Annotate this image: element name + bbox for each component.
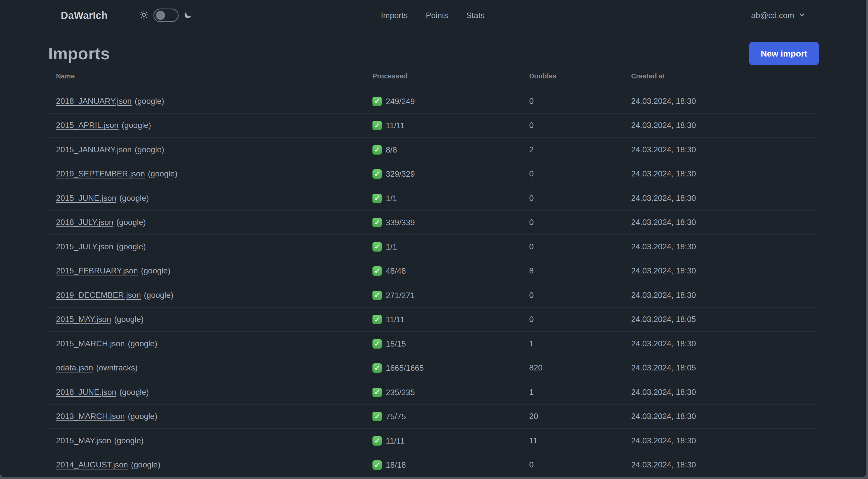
theme-toggle-knob [156, 11, 165, 20]
processed-count: 1/1 [386, 242, 397, 251]
processed-count: 1/1 [386, 194, 397, 203]
import-file-link[interactable]: 2015_FEBRUARY.json [56, 266, 138, 275]
check-mark-icon: ✓ [372, 194, 382, 203]
import-file-link[interactable]: 2018_JULY.json [56, 218, 113, 227]
nav-item-points[interactable]: Points [426, 11, 448, 20]
check-mark-icon: ✓ [372, 291, 382, 300]
name-cell: 2014_AUGUST.json(google) [48, 453, 365, 477]
import-file-link[interactable]: 2013_MARCH.json [56, 412, 125, 421]
moon-icon [184, 10, 192, 20]
table-row: 2015_JANUARY.json(google) ✓ 8/8 2 24.03.… [48, 138, 819, 162]
processed-count: 339/339 [386, 218, 415, 227]
doubles-count: 0 [521, 210, 623, 235]
check-mark-icon: ✓ [372, 242, 382, 251]
created-at: 24.03.2024, 18:30 [623, 259, 819, 283]
processed-count: 11/11 [386, 436, 405, 446]
created-at: 24.03.2024, 18:30 [623, 428, 819, 453]
import-file-link[interactable]: 2015_JULY.json [56, 242, 113, 251]
import-source: (google) [135, 145, 164, 154]
created-at: 24.03.2024, 18:30 [623, 186, 819, 210]
processed-count: 271/271 [386, 291, 415, 300]
import-file-link[interactable]: 2015_MAY.json [56, 436, 111, 445]
import-file-link[interactable]: 2015_MARCH.json [56, 339, 125, 348]
name-cell: 2015_MAY.json(google) [48, 307, 365, 332]
table-row: 2014_AUGUST.json(google) ✓ 18/18 0 24.03… [48, 453, 819, 477]
import-source: (google) [116, 242, 146, 251]
name-cell: 2018_JUNE.json(google) [48, 380, 365, 405]
processed-cell: ✓ 249/249 [365, 89, 521, 113]
import-source: (google) [116, 218, 146, 227]
import-file-link[interactable]: 2015_JUNE.json [56, 193, 116, 203]
import-file-link[interactable]: 2018_JANUARY.json [56, 96, 132, 106]
import-file-link[interactable]: 2015_MAY.json [56, 315, 111, 324]
check-mark-icon: ✓ [372, 121, 382, 130]
import-file-link[interactable]: 2018_JUNE.json [56, 388, 116, 396]
import-source: (google) [135, 96, 164, 106]
import-file-link[interactable]: 2015_APRIL.json [56, 121, 119, 130]
table-row: 2018_JUNE.json(google) ✓ 235/235 1 24.03… [48, 380, 819, 405]
processed-cell: ✓ 48/48 [365, 259, 521, 283]
name-cell: 2015_MARCH.json(google) [48, 331, 365, 356]
processed-count: 235/235 [386, 388, 415, 397]
desktop-backdrop: DaWarIch [0, 0, 868, 479]
import-source: (google) [141, 266, 170, 275]
processed-cell: ✓ 1665/1665 [365, 356, 521, 380]
new-import-button[interactable]: New import [749, 42, 819, 65]
name-cell: 2015_JULY.json(google) [48, 235, 365, 259]
processed-cell: ✓ 11/11 [365, 113, 521, 138]
check-mark-icon: ✓ [372, 339, 382, 349]
check-mark-icon: ✓ [372, 412, 382, 421]
check-mark-icon: ✓ [372, 388, 382, 397]
imports-table-body: 2018_JANUARY.json(google) ✓ 249/249 0 24… [48, 89, 819, 477]
import-file-link[interactable]: 2014_AUGUST.json [56, 460, 128, 469]
check-mark-icon: ✓ [372, 218, 382, 227]
created-at: 24.03.2024, 18:30 [623, 235, 819, 259]
created-at: 24.03.2024, 18:30 [623, 331, 819, 356]
doubles-count: 0 [521, 283, 623, 307]
import-source: (google) [148, 169, 177, 178]
page-title: Imports [48, 44, 110, 63]
import-file-link[interactable]: odata.json [56, 363, 93, 372]
import-file-link[interactable]: 2019_SEPTEMBER.json [56, 169, 145, 178]
processed-cell: ✓ 339/339 [365, 210, 521, 235]
processed-cell: ✓ 1/1 [365, 186, 521, 210]
table-row: 2018_JULY.json(google) ✓ 339/339 0 24.03… [48, 210, 819, 235]
processed-cell: ✓ 11/11 [365, 428, 521, 453]
nav-item-stats[interactable]: Stats [466, 11, 485, 20]
name-cell: 2015_JUNE.json(google) [48, 186, 365, 210]
nav-item-imports[interactable]: Imports [381, 11, 408, 20]
created-at: 24.03.2024, 18:30 [623, 89, 819, 113]
created-at: 24.03.2024, 18:30 [623, 210, 819, 235]
import-file-link[interactable]: 2019_DECEMBER.json [56, 291, 141, 300]
table-row: 2015_JULY.json(google) ✓ 1/1 0 24.03.202… [48, 235, 819, 259]
processed-count: 75/75 [386, 412, 406, 421]
name-cell: 2018_JANUARY.json(google) [48, 89, 365, 113]
import-source: (google) [122, 121, 151, 130]
processed-cell: ✓ 271/271 [365, 283, 521, 307]
created-at: 24.03.2024, 18:30 [623, 380, 819, 405]
table-row: 2015_MARCH.json(google) ✓ 15/15 1 24.03.… [48, 331, 819, 356]
doubles-count: 0 [521, 453, 623, 477]
processed-cell: ✓ 15/15 [365, 331, 521, 356]
doubles-count: 0 [521, 307, 623, 332]
created-at: 24.03.2024, 18:30 [623, 405, 819, 429]
navbar: DaWarIch [0, 0, 866, 31]
sun-icon [140, 10, 149, 20]
name-cell: 2015_MAY.json(google) [48, 428, 365, 453]
main-content: Imports New import Name Processed Double… [0, 42, 866, 477]
import-source: (google) [144, 291, 173, 300]
table-row: 2018_JANUARY.json(google) ✓ 249/249 0 24… [48, 89, 819, 113]
table-row: 2015_APRIL.json(google) ✓ 11/11 0 24.03.… [48, 113, 819, 138]
column-header-name: Name [48, 67, 365, 89]
created-at: 24.03.2024, 18:30 [623, 283, 819, 307]
processed-cell: ✓ 329/329 [365, 162, 521, 186]
processed-count: 48/48 [386, 266, 406, 276]
check-mark-icon: ✓ [372, 169, 382, 179]
created-at: 24.03.2024, 18:30 [623, 113, 819, 138]
table-row: 2019_SEPTEMBER.json(google) ✓ 329/329 0 … [48, 162, 819, 186]
account-menu[interactable]: ab@cd.com [751, 11, 806, 20]
theme-toggle[interactable] [153, 8, 179, 22]
name-cell: odata.json(owntracks) [48, 356, 365, 380]
table-row: 2019_DECEMBER.json(google) ✓ 271/271 0 2… [48, 283, 819, 307]
import-file-link[interactable]: 2015_JANUARY.json [56, 145, 132, 154]
